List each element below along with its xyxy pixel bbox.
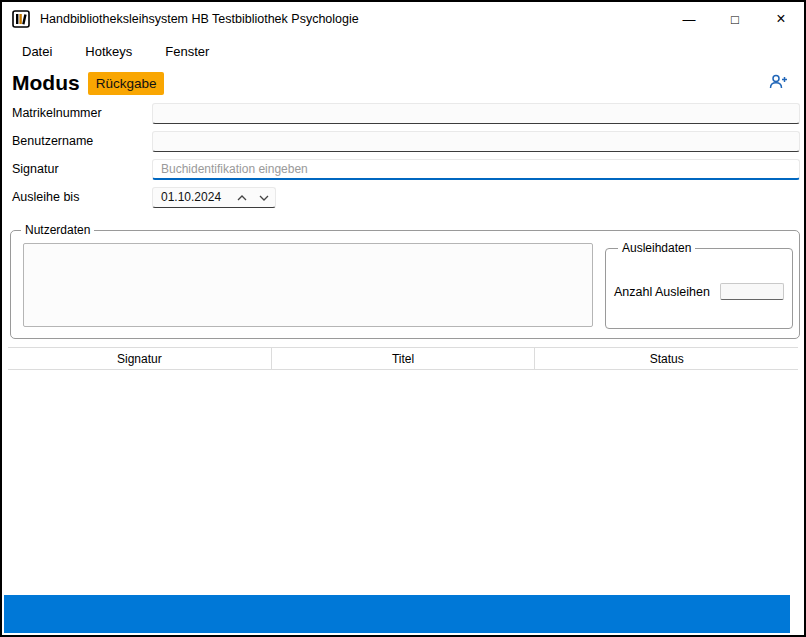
ausleihe-bis-value: 01.10.2024 [153,190,231,204]
mode-header: Modus Rückgabe [2,66,804,99]
mode-button[interactable]: Rückgabe [88,72,165,95]
column-header-titel[interactable]: Titel [271,348,535,369]
app-window: Handbibliotheksleihsystem HB Testbibliot… [0,0,806,637]
menubar: Datei Hotkeys Fenster [2,36,804,66]
titlebar: Handbibliotheksleihsystem HB Testbibliot… [2,2,804,36]
maximize-button[interactable]: □ [712,2,758,36]
ausleihe-bis-date-spinner[interactable]: 01.10.2024 [152,187,276,208]
person-add-icon [768,78,788,93]
nutzerdaten-title: Nutzerdaten [21,223,94,237]
ausleihe-bis-row: Ausleihe bis 01.10.2024 [2,183,804,211]
window-controls: — □ × [666,2,804,36]
menu-item-fenster[interactable]: Fenster [163,40,211,63]
anzahl-ausleihen-label: Anzahl Ausleihen [614,285,720,299]
matrikelnummer-label: Matrikelnummer [12,106,152,120]
ausleihe-bis-label: Ausleihe bis [12,190,152,204]
menu-item-datei[interactable]: Datei [20,40,54,63]
ausleihdaten-group: Ausleihdaten Anzahl Ausleihen [605,241,793,329]
menu-item-hotkeys[interactable]: Hotkeys [83,40,134,63]
minimize-button[interactable]: — [666,2,712,36]
matrikelnummer-input[interactable] [152,103,800,124]
chevron-up-icon [237,190,247,205]
signatur-row: Signatur [2,155,804,183]
spin-down-button[interactable] [253,188,275,207]
matrikelnummer-row: Matrikelnummer [2,99,804,127]
chevron-down-icon [259,190,269,205]
signatur-input[interactable] [152,159,800,180]
signatur-label: Signatur [12,162,152,176]
anzahl-ausleihen-input[interactable] [720,283,784,300]
library-book-icon [12,10,30,28]
benutzername-label: Benutzername [12,134,152,148]
nutzerdaten-notes[interactable] [23,243,593,327]
column-header-status[interactable]: Status [534,348,798,369]
nutzerdaten-group: Nutzerdaten Ausleihdaten Anzahl Ausleihe… [10,223,800,339]
benutzername-row: Benutzername [2,127,804,155]
benutzername-input[interactable] [152,131,800,152]
close-button[interactable]: × [758,2,804,36]
column-header-signatur[interactable]: Signatur [8,348,271,369]
ausleihdaten-title: Ausleihdaten [618,241,695,255]
results-table-header: Signatur Titel Status [8,347,798,370]
page-title: Modus [12,71,80,95]
window-title: Handbibliotheksleihsystem HB Testbibliot… [40,12,359,26]
spin-up-button[interactable] [231,188,253,207]
bottom-blue-bar [4,595,790,633]
add-user-button[interactable] [766,72,790,95]
